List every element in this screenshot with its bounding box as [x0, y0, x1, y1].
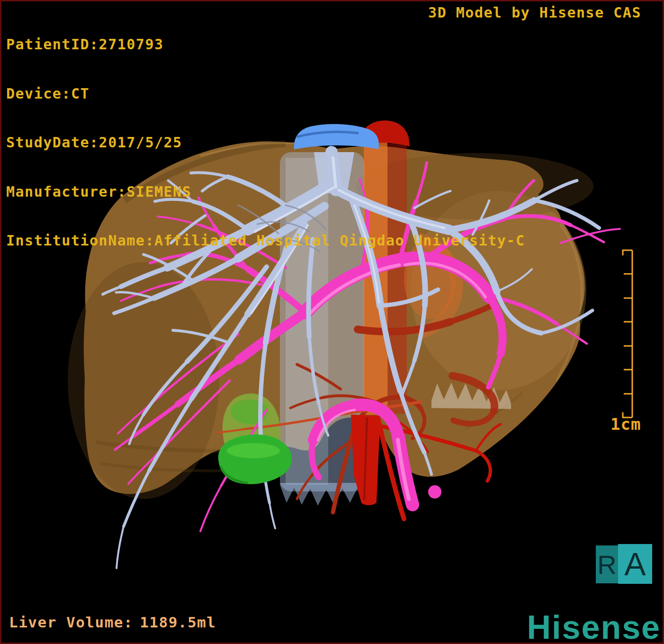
patient-id-line: PatientID:2710793	[6, 36, 525, 53]
liver-volume-readout: Liver Volume:1189.5ml	[9, 614, 216, 631]
orientation-markers: R A	[596, 544, 652, 584]
scale-ruler	[623, 250, 632, 417]
manufacturer-line: Manufacturer:SIEMENS	[6, 184, 525, 200]
orientation-marker-anterior: A	[618, 544, 652, 584]
scale-bar-label: 1cm	[610, 415, 641, 434]
hisense-logo: Hisense	[527, 611, 661, 644]
viewer-frame: PatientID:2710793 Device:CT StudyDate:20…	[0, 0, 664, 644]
orientation-marker-right: R	[596, 545, 618, 583]
patient-info-overlay: PatientID:2710793 Device:CT StudyDate:20…	[6, 4, 525, 282]
liver-volume-value: 1189.5ml	[140, 614, 216, 631]
watermark-text: 3D Model by Hisense CAS	[428, 4, 641, 21]
liver-volume-label: Liver Volume:	[9, 614, 133, 631]
device-line: Device:CT	[6, 86, 525, 102]
study-date-line: StudyDate:2017/5/25	[6, 135, 525, 151]
institution-line: InstitutionName:Affiliated Hospital Qing…	[6, 233, 525, 249]
